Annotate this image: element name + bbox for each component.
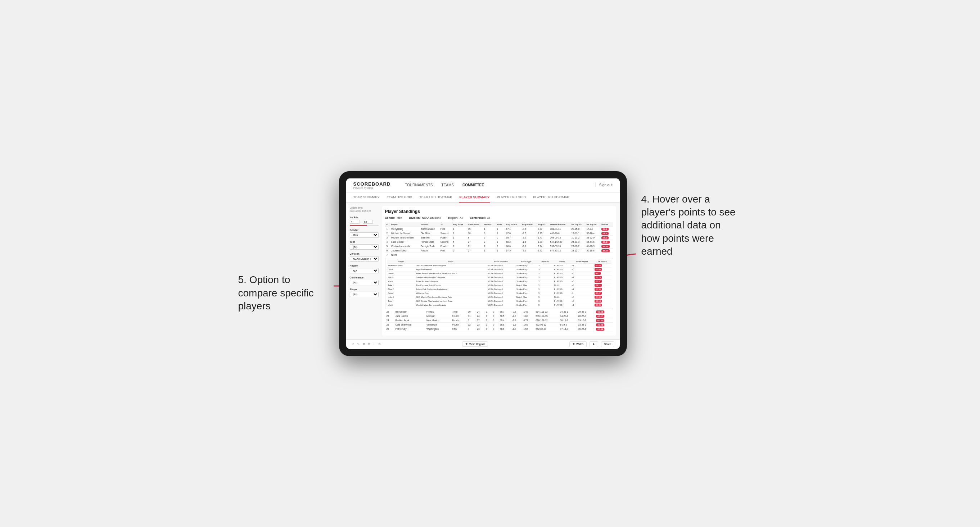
exp-col-type: Event Type xyxy=(515,260,537,264)
sidebar: Update time: 27/01/2024 16:56:26 No Rds.… xyxy=(350,206,379,336)
sub-nav: TEAM SUMMARY TEAM H2H GRID TEAM H2H HEAT… xyxy=(346,192,620,203)
view-original-button[interactable]: 👁 View: Original xyxy=(462,341,488,347)
expanded-table-row: Luke I SEC Match Play hosted by Jerry Pa… xyxy=(387,295,611,299)
col-player: Player xyxy=(390,222,419,227)
lower-standings-table: 22 Ian Gilligan Florida Third 10 24 1 0 … xyxy=(385,310,613,331)
logo-title: SCOREBOARD xyxy=(353,181,391,187)
expanded-table-row: Mare Amer An Intercollegiate NCAA Divisi… xyxy=(387,279,611,283)
col-reg-rank: Reg Rank xyxy=(452,222,467,227)
range-slider-fill xyxy=(350,225,367,226)
table-area: Player Standings Gender: Men Division: N… xyxy=(382,206,616,336)
tab-player-summary[interactable]: PLAYER SUMMARY xyxy=(459,192,490,203)
filter-row: Gender: Men Division: NCAA Division I Re… xyxy=(385,216,613,219)
col-conf-rank: Conf Rank xyxy=(466,222,482,227)
sidebar-no-rds: No Rds. - xyxy=(350,216,379,226)
copy-icon[interactable]: ⊞ xyxy=(368,343,370,346)
range-row: - xyxy=(350,220,379,224)
exp-col-rounds: Rounds xyxy=(537,260,553,264)
exp-col-wpoints: W Points xyxy=(593,260,611,264)
no-rds-max-input[interactable] xyxy=(363,220,373,224)
table-row[interactable]: 24 Bastien Amat New Mexico Fourth 1 27 2… xyxy=(385,318,613,322)
nav-committee[interactable]: COMMITTEE xyxy=(463,182,484,189)
bottom-toolbar: ↩ ↪ ⚙ ⊞ ··· ⊙ 👁 View: Original 👁 xyxy=(346,339,620,349)
tablet-screen: SCOREBOARD Powered by clippi TOURNAMENTS… xyxy=(346,178,620,349)
tab-player-h2h-heatmap[interactable]: PLAYER H2H HEATMAP xyxy=(533,192,570,203)
toolbar-right: 👁 Watch ⬇ Share xyxy=(570,341,614,347)
table-row[interactable]: 5 Christo Lamprecht Georgia Tech Fourth … xyxy=(385,244,613,248)
nav-bar: SCOREBOARD Powered by clippi TOURNAMENTS… xyxy=(346,178,620,192)
logo-area: SCOREBOARD Powered by clippi xyxy=(353,181,391,189)
nav-links: TOURNAMENTS TEAMS COMMITTEE xyxy=(405,182,584,189)
table-row[interactable]: 2 Michael La Sasso Ole Miss Second 1 18 … xyxy=(385,231,613,235)
tab-team-h2h-heatmap[interactable]: TEAM H2H HEATMAP xyxy=(419,192,452,203)
region-label: Region xyxy=(350,264,379,267)
tab-team-h2h-grid[interactable]: TEAM H2H GRID xyxy=(387,192,412,203)
gender-select[interactable]: Men xyxy=(350,232,379,238)
expanded-table-row: Jackson Kohon UNCW Seahawk Intercollegia… xyxy=(387,264,611,267)
col-no-rds: No Rds. xyxy=(483,222,496,227)
exp-col-status: Status xyxy=(553,260,571,264)
expanded-table: Player Event Event Division Event Type R… xyxy=(387,260,611,307)
nav-tournaments[interactable]: TOURNAMENTS xyxy=(405,182,433,189)
expanded-table-row: Alex C Fallen Oak Collegiate Invitationa… xyxy=(387,287,611,291)
table-row[interactable]: 1 Wenyi Ding Arizona State First 1 15 1 … xyxy=(385,227,613,231)
expanded-table-row: David Williams Cup NCAA Division I Strok… xyxy=(387,291,611,295)
share-button[interactable]: Share xyxy=(601,341,614,347)
table-row[interactable]: 3 Michael Thorbjornsen Stanford Fourth 1… xyxy=(385,235,613,240)
settings-icon[interactable]: ⚙ xyxy=(363,343,365,346)
range-slider[interactable] xyxy=(350,225,379,226)
expanded-table-row: Mattt Mirabel Maui Jim Intercollegiate N… xyxy=(387,303,611,307)
outer-container: 4. Hover over a player's points to see a… xyxy=(238,171,742,356)
download-button[interactable]: ⬇ xyxy=(590,341,598,347)
tab-player-h2h-grid[interactable]: PLAYER H2H GRID xyxy=(497,192,526,203)
undo-icon[interactable]: ↩ xyxy=(352,343,354,346)
sign-out-link[interactable]: Sign out xyxy=(599,182,612,189)
player-label: Player xyxy=(350,288,379,290)
more-icon[interactable]: ··· xyxy=(373,343,375,346)
conference-label: Conference xyxy=(350,276,379,279)
col-adj-score: Adj. Score xyxy=(504,222,520,227)
expanded-section: Player Event Event Division Event Type R… xyxy=(385,258,613,309)
region-select[interactable]: N/A xyxy=(350,268,379,273)
sidebar-division: Division NCAA Division I xyxy=(350,252,379,262)
player-select[interactable]: (All) xyxy=(350,292,379,297)
tablet: SCOREBOARD Powered by clippi TOURNAMENTS… xyxy=(339,171,627,356)
filter-division: Division: NCAA Division I xyxy=(409,216,441,219)
view-icon: 👁 xyxy=(465,343,468,345)
nav-teams[interactable]: TEAMS xyxy=(441,182,453,189)
watch-button[interactable]: 👁 Watch xyxy=(570,341,587,347)
division-select[interactable]: NCAA Division I xyxy=(350,256,379,262)
sidebar-conference: Conference (All) xyxy=(350,276,379,285)
gender-label: Gender xyxy=(350,229,379,231)
exp-col-rank-impact: Rank Impact xyxy=(570,260,593,264)
sidebar-region: Region N/A xyxy=(350,264,379,273)
filter-conference: Conference: All xyxy=(470,216,490,219)
nav-right: | Sign out xyxy=(595,182,612,189)
col-avg-sg: Avg SG xyxy=(536,222,549,227)
table-row[interactable]: 4 Luke Claton Florida State Second 5 27 … xyxy=(385,240,613,244)
year-select[interactable]: (All) xyxy=(350,244,379,250)
expanded-table-row: Jake I The Cypress Point Classic NCAA Di… xyxy=(387,283,611,287)
table-row[interactable]: 22 Ian Gilligan Florida Third 10 24 1 0 … xyxy=(385,310,613,314)
table-row[interactable]: 23 Jack Lundin Missouri Fourth 11 24 0 0… xyxy=(385,314,613,318)
col-yr: Yr xyxy=(439,222,452,227)
expanded-table-row: Phich Southern Highlands Collegiate NCAA… xyxy=(387,275,611,279)
sidebar-player: Player (All) xyxy=(350,288,379,297)
tab-team-summary[interactable]: TEAM SUMMARY xyxy=(353,192,380,203)
table-row[interactable]: 25 Cole Sherwood Vanderbilt Fourth 12 23… xyxy=(385,322,613,327)
clock-icon[interactable]: ⊙ xyxy=(378,343,381,346)
col-vs50: Vs Top 50 xyxy=(585,222,600,227)
conference-select[interactable]: (All) xyxy=(350,280,379,285)
year-label: Year xyxy=(350,241,379,243)
col-points: Points xyxy=(600,222,613,227)
col-wins: Wins xyxy=(495,222,504,227)
standings-table: # Player School Yr Reg Rank Conf Rank No… xyxy=(385,222,613,257)
sidebar-gender: Gender Men xyxy=(350,229,379,238)
table-row[interactable]: 6 Jackson Kohon Auburn First 2 27 1 1 67… xyxy=(385,248,613,252)
sidebar-year: Year (All) xyxy=(350,241,379,250)
table-row[interactable]: 26 Petr Hruby Washington Fifth 7 23 0 0 … xyxy=(385,327,613,331)
division-label: Division xyxy=(350,252,379,255)
redo-icon[interactable]: ↪ xyxy=(357,343,360,346)
table-row[interactable]: 7 Niche xyxy=(385,252,613,257)
no-rds-min-input[interactable] xyxy=(350,220,360,224)
